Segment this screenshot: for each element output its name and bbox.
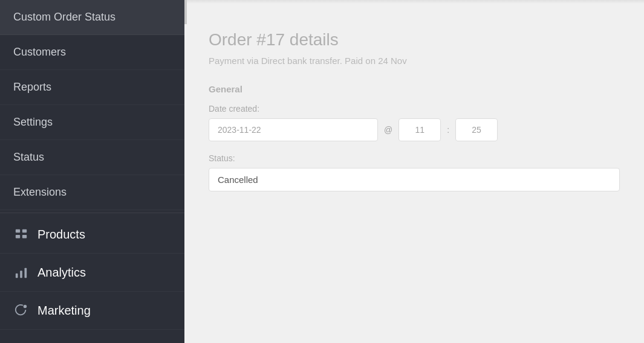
sidebar-divider (0, 213, 184, 213)
svg-rect-0 (16, 229, 20, 233)
status-input[interactable] (209, 168, 620, 191)
sidebar-item-settings[interactable]: Settings (0, 105, 184, 140)
time-minute-input[interactable] (455, 118, 498, 141)
sidebar-item-custom-order-status[interactable]: Custom Order Status (0, 0, 184, 35)
main-content: Order #17 details Payment via Direct ban… (184, 0, 644, 343)
general-heading: General (209, 84, 620, 94)
svg-point-7 (24, 305, 27, 309)
svg-rect-4 (16, 274, 18, 278)
sidebar-item-label: Analytics (37, 266, 86, 280)
sidebar-item-customers[interactable]: Customers (0, 35, 184, 70)
products-icon (13, 226, 29, 242)
sidebar-item-reports[interactable]: Reports (0, 70, 184, 105)
sidebar-item-label: Products (37, 228, 85, 242)
date-row: @ : (209, 118, 620, 141)
marketing-icon (13, 303, 29, 318)
sidebar-item-label: Reports (13, 81, 51, 94)
sidebar-item-extensions[interactable]: Extensions (0, 175, 184, 210)
analytics-icon (13, 264, 29, 280)
order-subtitle: Payment via Direct bank transfer. Paid o… (209, 56, 620, 66)
sidebar-item-label: Custom Order Status (13, 11, 115, 24)
status-label: Status: (209, 153, 620, 163)
svg-rect-2 (16, 235, 20, 239)
sidebar-item-label: Settings (13, 116, 53, 129)
sidebar-item-label: Status (13, 151, 44, 164)
svg-rect-3 (22, 235, 27, 239)
date-created-label: Date created: (209, 104, 620, 114)
accent-line (184, 0, 187, 24)
sidebar-item-label: Customers (13, 46, 66, 59)
sidebar-item-label: Marketing (37, 304, 91, 318)
sidebar-item-label: Extensions (13, 186, 67, 199)
sidebar-item-analytics[interactable]: Analytics (0, 254, 184, 292)
at-symbol: @ (384, 125, 392, 135)
sidebar-item-status[interactable]: Status (0, 140, 184, 175)
sidebar-item-products[interactable]: Products (0, 216, 184, 254)
svg-rect-5 (20, 271, 22, 278)
sidebar-item-marketing[interactable]: Marketing (0, 292, 184, 330)
time-hour-input[interactable] (398, 118, 441, 141)
date-input[interactable] (209, 118, 378, 141)
svg-rect-6 (25, 268, 27, 278)
colon-separator: : (447, 125, 449, 135)
sidebar: Custom Order Status Customers Reports Se… (0, 0, 184, 343)
order-title: Order #17 details (209, 30, 620, 50)
svg-rect-1 (22, 229, 27, 233)
